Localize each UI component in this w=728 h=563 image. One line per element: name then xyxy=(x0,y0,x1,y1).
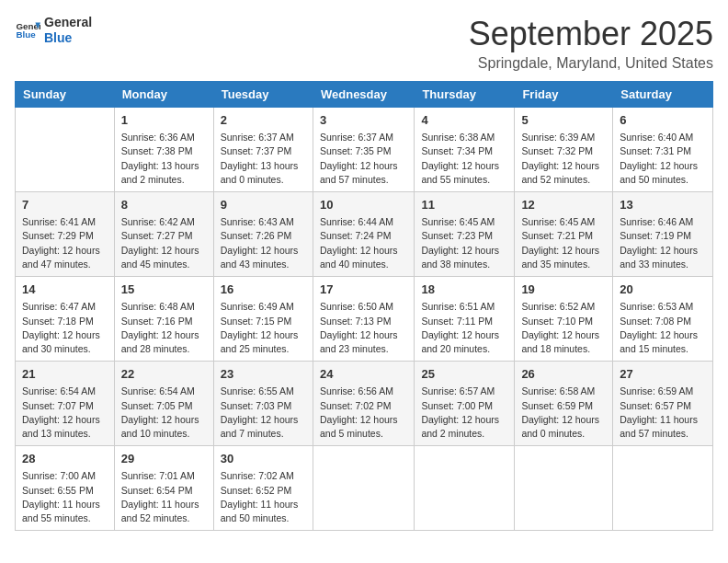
day-info: Sunrise: 6:49 AM Sunset: 7:15 PM Dayligh… xyxy=(221,300,306,356)
day-number: 18 xyxy=(421,282,507,298)
day-info: Sunrise: 6:37 AM Sunset: 7:37 PM Dayligh… xyxy=(221,131,306,187)
weekday-header-tuesday: Tuesday xyxy=(213,82,313,108)
svg-text:Blue: Blue xyxy=(16,29,36,40)
calendar-cell: 2Sunrise: 6:37 AM Sunset: 7:37 PM Daylig… xyxy=(213,108,313,192)
day-info: Sunrise: 6:54 AM Sunset: 7:05 PM Dayligh… xyxy=(121,385,207,441)
day-info: Sunrise: 6:50 AM Sunset: 7:13 PM Dayligh… xyxy=(320,300,407,356)
day-number: 29 xyxy=(121,451,207,467)
day-info: Sunrise: 6:41 AM Sunset: 7:29 PM Dayligh… xyxy=(22,215,108,271)
day-info: Sunrise: 6:37 AM Sunset: 7:35 PM Dayligh… xyxy=(320,131,407,187)
location-title: Springdale, Maryland, United States xyxy=(469,55,713,72)
calendar-cell: 11Sunrise: 6:45 AM Sunset: 7:23 PM Dayli… xyxy=(415,192,515,277)
day-info: Sunrise: 6:45 AM Sunset: 7:23 PM Dayligh… xyxy=(421,215,507,271)
day-info: Sunrise: 6:40 AM Sunset: 7:31 PM Dayligh… xyxy=(620,131,706,187)
day-info: Sunrise: 6:54 AM Sunset: 7:07 PM Dayligh… xyxy=(22,385,108,441)
calendar-cell: 23Sunrise: 6:55 AM Sunset: 7:03 PM Dayli… xyxy=(213,362,313,446)
day-info: Sunrise: 6:43 AM Sunset: 7:26 PM Dayligh… xyxy=(221,215,306,271)
day-info: Sunrise: 6:48 AM Sunset: 7:16 PM Dayligh… xyxy=(121,300,207,356)
day-number: 25 xyxy=(421,366,507,383)
day-number: 30 xyxy=(221,451,306,467)
day-info: Sunrise: 6:39 AM Sunset: 7:32 PM Dayligh… xyxy=(521,131,606,187)
day-number: 11 xyxy=(421,197,507,213)
calendar-week-row: 7Sunrise: 6:41 AM Sunset: 7:29 PM Daylig… xyxy=(16,192,713,277)
day-number: 10 xyxy=(320,197,407,213)
day-info: Sunrise: 6:45 AM Sunset: 7:21 PM Dayligh… xyxy=(521,215,606,271)
day-number: 23 xyxy=(221,366,306,383)
logo-text-general: General xyxy=(44,15,92,30)
month-title: September 2025 xyxy=(469,15,713,53)
calendar-cell: 29Sunrise: 7:01 AM Sunset: 6:54 PM Dayli… xyxy=(114,446,213,531)
calendar-header-row: SundayMondayTuesdayWednesdayThursdayFrid… xyxy=(16,82,713,108)
day-number: 7 xyxy=(22,197,108,213)
calendar-cell xyxy=(16,108,115,192)
day-info: Sunrise: 6:53 AM Sunset: 7:08 PM Dayligh… xyxy=(620,300,706,356)
day-info: Sunrise: 6:51 AM Sunset: 7:11 PM Dayligh… xyxy=(421,300,507,356)
day-info: Sunrise: 6:57 AM Sunset: 7:00 PM Dayligh… xyxy=(421,385,507,441)
day-number: 27 xyxy=(620,366,706,383)
calendar-week-row: 21Sunrise: 6:54 AM Sunset: 7:07 PM Dayli… xyxy=(16,362,713,446)
weekday-header-wednesday: Wednesday xyxy=(313,82,414,108)
day-info: Sunrise: 6:42 AM Sunset: 7:27 PM Dayligh… xyxy=(121,215,207,271)
day-number: 1 xyxy=(121,112,207,129)
logo-text-blue: Blue xyxy=(44,30,92,46)
calendar-cell: 12Sunrise: 6:45 AM Sunset: 7:21 PM Dayli… xyxy=(515,192,613,277)
day-number: 22 xyxy=(121,366,207,383)
calendar-body: 1Sunrise: 6:36 AM Sunset: 7:38 PM Daylig… xyxy=(16,108,713,531)
weekday-header-sunday: Sunday xyxy=(16,82,115,108)
header: General Blue General Blue September 2025… xyxy=(15,15,713,72)
day-number: 16 xyxy=(221,282,306,298)
day-number: 14 xyxy=(22,282,108,298)
day-info: Sunrise: 6:44 AM Sunset: 7:24 PM Dayligh… xyxy=(320,215,407,271)
calendar-cell xyxy=(313,446,414,531)
calendar-cell: 28Sunrise: 7:00 AM Sunset: 6:55 PM Dayli… xyxy=(16,446,115,531)
calendar-cell: 24Sunrise: 6:56 AM Sunset: 7:02 PM Dayli… xyxy=(313,362,414,446)
calendar-cell: 3Sunrise: 6:37 AM Sunset: 7:35 PM Daylig… xyxy=(313,108,414,192)
day-number: 28 xyxy=(22,451,108,467)
day-number: 24 xyxy=(320,366,407,383)
day-number: 26 xyxy=(521,366,606,383)
day-number: 12 xyxy=(521,197,606,213)
day-number: 21 xyxy=(22,366,108,383)
day-number: 6 xyxy=(620,112,706,129)
calendar-cell: 21Sunrise: 6:54 AM Sunset: 7:07 PM Dayli… xyxy=(16,362,115,446)
calendar-cell: 22Sunrise: 6:54 AM Sunset: 7:05 PM Dayli… xyxy=(114,362,213,446)
calendar-cell: 10Sunrise: 6:44 AM Sunset: 7:24 PM Dayli… xyxy=(313,192,414,277)
day-info: Sunrise: 6:59 AM Sunset: 6:57 PM Dayligh… xyxy=(620,385,706,441)
calendar-cell: 14Sunrise: 6:47 AM Sunset: 7:18 PM Dayli… xyxy=(16,277,115,362)
logo-icon: General Blue xyxy=(15,17,40,43)
day-info: Sunrise: 6:55 AM Sunset: 7:03 PM Dayligh… xyxy=(221,385,306,441)
calendar-cell: 1Sunrise: 6:36 AM Sunset: 7:38 PM Daylig… xyxy=(114,108,213,192)
day-info: Sunrise: 6:38 AM Sunset: 7:34 PM Dayligh… xyxy=(421,131,507,187)
day-info: Sunrise: 6:58 AM Sunset: 6:59 PM Dayligh… xyxy=(521,385,606,441)
calendar-cell: 18Sunrise: 6:51 AM Sunset: 7:11 PM Dayli… xyxy=(415,277,515,362)
day-info: Sunrise: 6:36 AM Sunset: 7:38 PM Dayligh… xyxy=(121,131,207,187)
calendar-cell: 4Sunrise: 6:38 AM Sunset: 7:34 PM Daylig… xyxy=(415,108,515,192)
day-number: 17 xyxy=(320,282,407,298)
weekday-header-friday: Friday xyxy=(515,82,613,108)
calendar-table: SundayMondayTuesdayWednesdayThursdayFrid… xyxy=(15,81,713,531)
calendar-week-row: 14Sunrise: 6:47 AM Sunset: 7:18 PM Dayli… xyxy=(16,277,713,362)
day-info: Sunrise: 6:46 AM Sunset: 7:19 PM Dayligh… xyxy=(620,215,706,271)
calendar-week-row: 28Sunrise: 7:00 AM Sunset: 6:55 PM Dayli… xyxy=(16,446,713,531)
weekday-header-saturday: Saturday xyxy=(613,82,713,108)
calendar-cell: 15Sunrise: 6:48 AM Sunset: 7:16 PM Dayli… xyxy=(114,277,213,362)
day-number: 9 xyxy=(221,197,306,213)
day-info: Sunrise: 7:02 AM Sunset: 6:52 PM Dayligh… xyxy=(221,469,306,525)
calendar-cell: 19Sunrise: 6:52 AM Sunset: 7:10 PM Dayli… xyxy=(515,277,613,362)
calendar-cell: 25Sunrise: 6:57 AM Sunset: 7:00 PM Dayli… xyxy=(415,362,515,446)
day-number: 20 xyxy=(620,282,706,298)
calendar-cell: 7Sunrise: 6:41 AM Sunset: 7:29 PM Daylig… xyxy=(16,192,115,277)
calendar-cell: 30Sunrise: 7:02 AM Sunset: 6:52 PM Dayli… xyxy=(213,446,313,531)
day-info: Sunrise: 6:56 AM Sunset: 7:02 PM Dayligh… xyxy=(320,385,407,441)
calendar-cell: 26Sunrise: 6:58 AM Sunset: 6:59 PM Dayli… xyxy=(515,362,613,446)
day-number: 2 xyxy=(221,112,306,129)
day-info: Sunrise: 7:00 AM Sunset: 6:55 PM Dayligh… xyxy=(22,469,108,525)
day-number: 15 xyxy=(121,282,207,298)
title-area: September 2025 Springdale, Maryland, Uni… xyxy=(469,15,713,72)
calendar-cell: 8Sunrise: 6:42 AM Sunset: 7:27 PM Daylig… xyxy=(114,192,213,277)
calendar-cell: 5Sunrise: 6:39 AM Sunset: 7:32 PM Daylig… xyxy=(515,108,613,192)
calendar-cell: 13Sunrise: 6:46 AM Sunset: 7:19 PM Dayli… xyxy=(613,192,713,277)
day-number: 5 xyxy=(521,112,606,129)
calendar-cell: 20Sunrise: 6:53 AM Sunset: 7:08 PM Dayli… xyxy=(613,277,713,362)
weekday-header-monday: Monday xyxy=(114,82,213,108)
